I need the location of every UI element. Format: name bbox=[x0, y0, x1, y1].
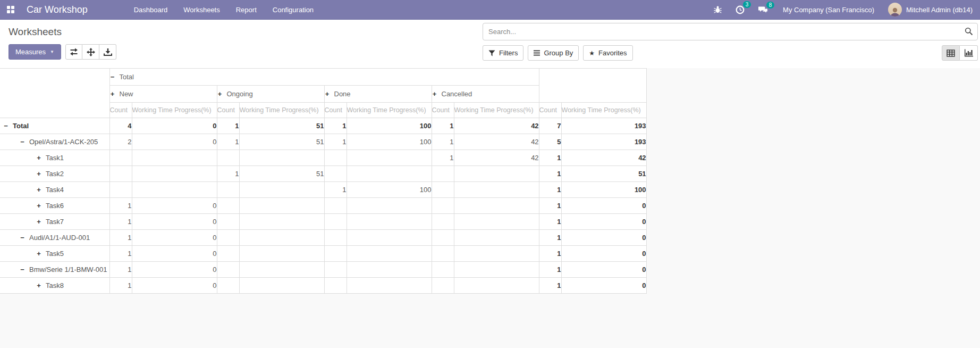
pivot-cell: 51 bbox=[561, 166, 646, 182]
control-panel: Worksheets Measures ▼ bbox=[0, 20, 980, 68]
row-header-audi-a1-1-aud-001[interactable]: −Audi/A1/1-AUD-001 bbox=[0, 230, 109, 246]
pivot-cell bbox=[454, 246, 539, 262]
table-row: −Bmw/Serie 1/1-BMW-0011010 bbox=[0, 262, 646, 278]
menu-item-configuration[interactable]: Configuration bbox=[265, 6, 322, 14]
pivot-cell: 0 bbox=[561, 246, 646, 262]
row-header-total[interactable]: −Total bbox=[0, 118, 109, 134]
pivot-cell: 1 bbox=[217, 166, 239, 182]
row-header-task7[interactable]: +Task7 bbox=[0, 214, 109, 230]
pivot-corner-cell bbox=[0, 69, 109, 118]
expand-icon: + bbox=[36, 186, 41, 194]
pivot-total-header-spacer bbox=[539, 69, 646, 103]
grid-icon bbox=[947, 49, 955, 57]
debug-menu-button[interactable] bbox=[714, 5, 722, 14]
row-label: Bmw/Serie 1/1-BMW-001 bbox=[29, 266, 107, 274]
table-row: +Task61010 bbox=[0, 198, 646, 214]
col-group-cancelled[interactable]: +Cancelled bbox=[432, 86, 539, 103]
pivot-cell bbox=[217, 182, 239, 198]
pivot-body: −Total4015111001427193−Opel/Astra/1-ACK-… bbox=[0, 118, 646, 294]
row-header-task5[interactable]: +Task5 bbox=[0, 246, 109, 262]
expand-icon: + bbox=[432, 90, 437, 98]
col-group-new[interactable]: +New bbox=[109, 86, 217, 103]
pivot-cell: 0 bbox=[561, 278, 646, 294]
row-label: Task7 bbox=[46, 218, 64, 226]
expand-all-button[interactable] bbox=[82, 44, 99, 60]
pivot-cell: 1 bbox=[539, 150, 561, 166]
row-header-task8[interactable]: +Task8 bbox=[0, 278, 109, 294]
menu-item-dashboard[interactable]: Dashboard bbox=[126, 6, 176, 14]
measure-header-working-time-progress[interactable]: Working Time Progress(%) bbox=[454, 103, 539, 118]
measure-header-count[interactable]: Count bbox=[109, 103, 132, 118]
pivot-cell bbox=[239, 198, 324, 214]
chevron-down-icon: ▼ bbox=[50, 49, 54, 54]
favorites-button[interactable]: ★ Favorites bbox=[583, 45, 632, 61]
row-header-opel-astra-1-ack-205[interactable]: −Opel/Astra/1-ACK-205 bbox=[0, 134, 109, 150]
menu-item-report[interactable]: Report bbox=[228, 6, 265, 14]
col-group-ongoing[interactable]: +Ongoing bbox=[217, 86, 324, 103]
pivot-cell: 51 bbox=[239, 166, 324, 182]
avatar[interactable] bbox=[888, 3, 902, 16]
pivot-view-button[interactable] bbox=[942, 45, 960, 61]
download-button[interactable] bbox=[99, 44, 116, 60]
collapse-icon: − bbox=[20, 138, 25, 146]
measure-header-count[interactable]: Count bbox=[539, 103, 561, 118]
pivot-cell: 0 bbox=[132, 118, 217, 134]
pivot-cell bbox=[432, 198, 454, 214]
messages-button[interactable]: 8 bbox=[758, 6, 768, 14]
row-header-task6[interactable]: +Task6 bbox=[0, 198, 109, 214]
filters-button[interactable]: Filters bbox=[483, 45, 523, 61]
measure-header-working-time-progress[interactable]: Working Time Progress(%) bbox=[239, 103, 324, 118]
measure-header-working-time-progress[interactable]: Working Time Progress(%) bbox=[132, 103, 217, 118]
row-label: Opel/Astra/1-ACK-205 bbox=[29, 138, 98, 146]
pivot-cell bbox=[324, 166, 347, 182]
pivot-cell: 0 bbox=[132, 214, 217, 230]
pivot-cell: 2 bbox=[109, 134, 132, 150]
graph-view-button[interactable] bbox=[960, 45, 978, 61]
measure-header-count[interactable]: Count bbox=[432, 103, 454, 118]
row-header-task4[interactable]: +Task4 bbox=[0, 182, 109, 198]
pivot-cell bbox=[324, 246, 347, 262]
pivot-cell: 42 bbox=[454, 150, 539, 166]
pivot-cell bbox=[454, 230, 539, 246]
star-icon: ★ bbox=[589, 50, 595, 56]
row-header-bmw-serie-1-1-bmw-001[interactable]: −Bmw/Serie 1/1-BMW-001 bbox=[0, 262, 109, 278]
flip-axis-button[interactable] bbox=[65, 44, 82, 60]
pivot-cell bbox=[239, 230, 324, 246]
search-icon[interactable] bbox=[965, 27, 973, 36]
pivot-cell: 193 bbox=[561, 134, 646, 150]
apps-menu-button[interactable] bbox=[0, 0, 21, 20]
pivot-cell: 1 bbox=[539, 166, 561, 182]
activities-button[interactable]: 3 bbox=[736, 5, 745, 14]
measure-header-count[interactable]: Count bbox=[324, 103, 347, 118]
pivot-cell bbox=[239, 278, 324, 294]
group-by-button[interactable]: Group By bbox=[528, 45, 579, 61]
pivot-cell: 0 bbox=[561, 214, 646, 230]
measures-button[interactable]: Measures ▼ bbox=[9, 44, 61, 60]
table-row: +Task51010 bbox=[0, 246, 646, 262]
activity-count-badge: 3 bbox=[743, 1, 751, 8]
col-group-done[interactable]: +Done bbox=[324, 86, 432, 103]
table-row: −Opel/Astra/1-ACK-2052015111001425193 bbox=[0, 134, 646, 150]
pivot-cell bbox=[432, 182, 454, 198]
user-menu[interactable]: Mitchell Admin (db14) bbox=[906, 6, 973, 14]
pivot-cell bbox=[109, 150, 132, 166]
pivot-cell bbox=[432, 278, 454, 294]
collapse-icon: − bbox=[110, 73, 115, 81]
measure-header-working-time-progress[interactable]: Working Time Progress(%) bbox=[347, 103, 432, 118]
company-switcher[interactable]: My Company (San Francisco) bbox=[783, 6, 874, 14]
pivot-cell bbox=[217, 198, 239, 214]
search-input[interactable] bbox=[483, 23, 978, 40]
measure-header-count[interactable]: Count bbox=[217, 103, 239, 118]
download-icon bbox=[104, 48, 112, 56]
collapse-icon: − bbox=[20, 234, 25, 242]
pivot-cell bbox=[432, 246, 454, 262]
expand-icon: + bbox=[36, 250, 41, 258]
pivot-cell: 0 bbox=[132, 230, 217, 246]
pivot-cell bbox=[109, 182, 132, 198]
row-header-task1[interactable]: +Task1 bbox=[0, 150, 109, 166]
col-group-total[interactable]: −Total bbox=[109, 69, 539, 86]
menu-item-worksheets[interactable]: Worksheets bbox=[175, 6, 227, 14]
table-row: +Task411001100 bbox=[0, 182, 646, 198]
row-header-task2[interactable]: +Task2 bbox=[0, 166, 109, 182]
measure-header-working-time-progress[interactable]: Working Time Progress(%) bbox=[561, 103, 646, 118]
